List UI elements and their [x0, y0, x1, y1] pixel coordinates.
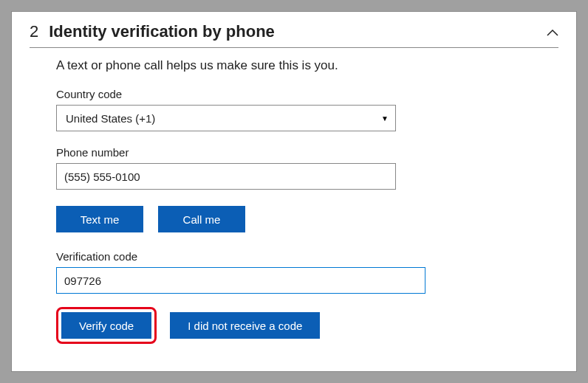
not-received-button[interactable]: I did not receive a code [170, 312, 320, 339]
verify-button-row: Verify code I did not receive a code [56, 307, 558, 344]
step-number: 2 [30, 22, 38, 41]
section-header[interactable]: 2 Identity verification by phone [30, 22, 558, 48]
send-code-button-row: Text me Call me [56, 206, 558, 232]
verify-code-button[interactable]: Verify code [61, 312, 151, 339]
text-me-button[interactable]: Text me [56, 206, 143, 232]
country-code-label: Country code [56, 88, 558, 100]
section-body: A text or phone call helps us make sure … [30, 48, 558, 344]
country-code-select[interactable]: United States (+1) ▼ [56, 105, 396, 131]
verification-code-label: Verification code [56, 250, 558, 263]
section-subtitle: A text or phone call helps us make sure … [56, 58, 558, 73]
highlight-ring: Verify code [56, 307, 157, 344]
step-title: Identity verification by phone [49, 22, 536, 41]
country-code-value: United States (+1) [56, 105, 396, 131]
call-me-button[interactable]: Call me [158, 206, 245, 232]
verification-code-input[interactable] [56, 267, 425, 294]
phone-number-input[interactable] [56, 163, 396, 190]
phone-number-label: Phone number [56, 146, 558, 159]
identity-verification-panel: 2 Identity verification by phone A text … [11, 11, 577, 372]
chevron-up-icon[interactable] [547, 24, 558, 40]
